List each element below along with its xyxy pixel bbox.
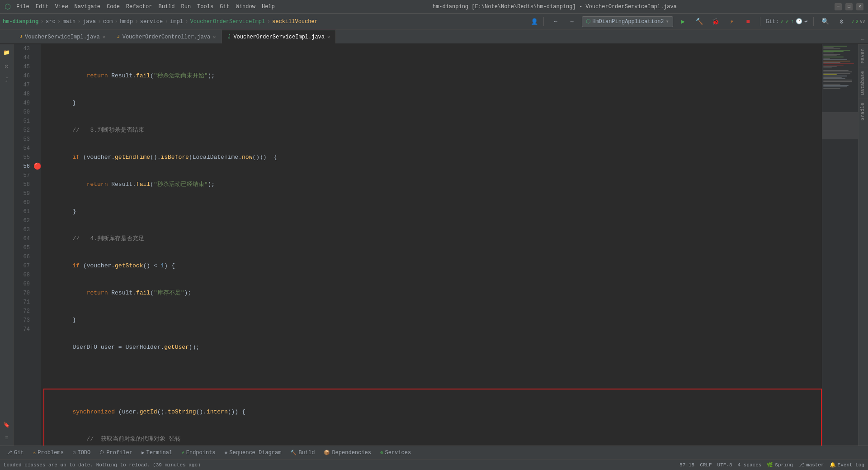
code-line-48: }	[44, 207, 822, 216]
dependencies-icon: 📦	[324, 450, 330, 456]
maximize-btn[interactable]: □	[845, 3, 853, 10]
menu-help[interactable]: Help	[262, 4, 275, 10]
branch-text: master	[806, 462, 824, 468]
stop-button[interactable]: ■	[742, 15, 755, 28]
tool-profiler[interactable]: ⏱ Profiler	[96, 449, 136, 457]
indent[interactable]: 4 spaces	[738, 462, 762, 468]
breadcrumb-src[interactable]: src	[46, 19, 56, 25]
status-bar: Loaded classes are up to date. Nothing t…	[0, 459, 868, 470]
menu-tools[interactable]: Tools	[197, 4, 213, 10]
minimize-btn[interactable]: ─	[835, 3, 842, 10]
structure-icon[interactable]: ≡	[0, 432, 13, 445]
git-undo[interactable]: ↩	[804, 18, 807, 25]
menu-view[interactable]: View	[55, 4, 68, 10]
breadcrumb-hmdp[interactable]: hmdp	[120, 19, 133, 25]
breadcrumb-class[interactable]: VoucherOrderServiceImpl	[190, 19, 265, 25]
build-button[interactable]: 🔨	[693, 15, 706, 28]
sidebar-database[interactable]: Database	[859, 67, 868, 99]
branch-icon: ⎇	[798, 462, 804, 468]
git-check2[interactable]: ✓	[786, 18, 789, 25]
coverage-button[interactable]: ⚡	[726, 15, 738, 28]
code-line-46: if (voucher.getEndTime().isBefore(LocalD…	[44, 153, 822, 162]
vcs-branch[interactable]: ⎇ master	[798, 462, 824, 468]
tool-endpoints[interactable]: ⚡ Endpoints	[178, 449, 219, 457]
git-push[interactable]: ↑	[791, 19, 794, 25]
app-selector[interactable]: ⬡ HmDianPingApplication2 ▾	[582, 16, 673, 27]
tool-dependencies[interactable]: 📦 Dependencies	[320, 449, 374, 457]
breadcrumb-java[interactable]: java	[83, 19, 96, 25]
breadcrumb-service[interactable]: service	[140, 19, 163, 25]
search-button[interactable]: 🔍	[819, 15, 832, 28]
tool-todo[interactable]: ☑ TODO	[69, 449, 94, 457]
menu-git[interactable]: Git	[220, 4, 230, 10]
user-icon[interactable]: 👤	[531, 18, 538, 25]
tool-build[interactable]: 🔨 Build	[287, 449, 318, 457]
tool-sequence[interactable]: ◈ Sequence Diagram	[221, 449, 285, 457]
services-label: Services	[385, 450, 411, 456]
git-tool-label: Git	[14, 450, 24, 456]
menu-edit[interactable]: Edit	[36, 4, 49, 10]
breadcrumb-main[interactable]: main	[62, 19, 75, 25]
tab-voucher-order-service[interactable]: J VoucherOrderServiceImpl.java ✕	[222, 30, 336, 43]
tool-problems[interactable]: ⚠ Problems	[29, 449, 67, 457]
position-text: 57:15	[679, 462, 694, 468]
code-line-45: // 3.判断秒杀是否结束	[44, 126, 822, 135]
tab-close-1[interactable]: ✕	[103, 34, 105, 40]
tab-close-3[interactable]: ✕	[327, 34, 330, 40]
breadcrumb-com[interactable]: com	[103, 19, 113, 25]
tool-terminal[interactable]: ▶ Terminal	[138, 449, 176, 457]
todo-icon: ☑	[73, 450, 76, 456]
run-button[interactable]: ▶	[677, 15, 689, 28]
bookmarks-icon[interactable]: 🔖	[0, 418, 13, 431]
commit-icon[interactable]: ◎	[0, 60, 13, 72]
title-bar: ⬡ File Edit View Navigate Code Refactor …	[0, 0, 868, 14]
tab-label-2: VoucherOrderController.java	[123, 34, 210, 40]
notification-content: Loaded classes are up to date. Nothing t…	[4, 462, 201, 468]
tool-git[interactable]: ⎇ Git	[3, 449, 28, 457]
sidebar-gradle[interactable]: Gradle	[859, 99, 868, 124]
settings-button[interactable]: ⚙	[835, 15, 848, 28]
git-status: Git: ✓ ✓ ↑ 🕐 ↩	[766, 18, 808, 25]
tab-overflow[interactable]: ⋯	[861, 37, 868, 43]
todo-label: TODO	[77, 450, 90, 456]
tabs-bar: J VoucherServiceImpl.java ✕ J VoucherOrd…	[0, 30, 868, 44]
menu-run[interactable]: Run	[181, 4, 191, 10]
breadcrumb-method[interactable]: seckillVoucher	[272, 19, 318, 25]
breadcrumb-sep1: ›	[40, 18, 44, 25]
code-editor[interactable]: return Result.fail("秒杀活动尚未开始"); } // 3.判…	[41, 44, 822, 446]
forward-btn[interactable]: →	[566, 15, 578, 28]
encoding[interactable]: UTF-8	[717, 462, 732, 468]
menu-window[interactable]: Window	[236, 4, 255, 10]
menu-refactor[interactable]: Refactor	[126, 4, 152, 10]
project-icon[interactable]: 📁	[0, 46, 13, 59]
pull-requests-icon[interactable]: ⤴	[0, 73, 13, 86]
code-line-49: // 4.判断库存是否充足	[44, 234, 822, 243]
menu-file[interactable]: File	[16, 4, 29, 10]
git-update[interactable]: 🕐	[796, 18, 802, 25]
cursor-position[interactable]: 57:15	[679, 462, 694, 468]
right-sidebar: Maven Database Gradle	[858, 44, 868, 446]
breadcrumb-app[interactable]: hm-dianping	[3, 19, 38, 25]
code-line-54: synchronized (user.getId().toString().in…	[44, 408, 821, 417]
app-selector-arrow: ▾	[666, 18, 669, 25]
gutter: 🔴	[33, 44, 41, 446]
tab-close-2[interactable]: ✕	[213, 34, 216, 40]
menu-code[interactable]: Code	[107, 4, 120, 10]
close-btn[interactable]: ✕	[856, 3, 863, 10]
menu-build[interactable]: Build	[158, 4, 175, 10]
code-line-53: UserDTO user = UserHolder.getUser();	[44, 343, 822, 352]
build-tool-icon: 🔨	[290, 450, 297, 456]
debug-button[interactable]: 🐞	[709, 15, 722, 28]
tab-voucher-controller[interactable]: J VoucherOrderController.java ✕	[111, 30, 222, 43]
breadcrumb-impl[interactable]: impl	[170, 19, 183, 25]
tool-services[interactable]: ⚙ Services	[377, 449, 415, 457]
event-log[interactable]: 🔔 Event Log	[830, 462, 864, 468]
sidebar-maven[interactable]: Maven	[859, 44, 868, 67]
profiler-label: Profiler	[106, 450, 132, 456]
line-ending[interactable]: CRLF	[700, 462, 712, 468]
back-btn[interactable]: ←	[549, 15, 562, 28]
git-check[interactable]: ✓	[781, 18, 784, 25]
menu-navigate[interactable]: Navigate	[74, 4, 100, 10]
spring-status[interactable]: 🌿 Spring	[767, 462, 793, 468]
tab-voucher-service[interactable]: J VoucherServiceImpl.java ✕	[14, 30, 111, 43]
